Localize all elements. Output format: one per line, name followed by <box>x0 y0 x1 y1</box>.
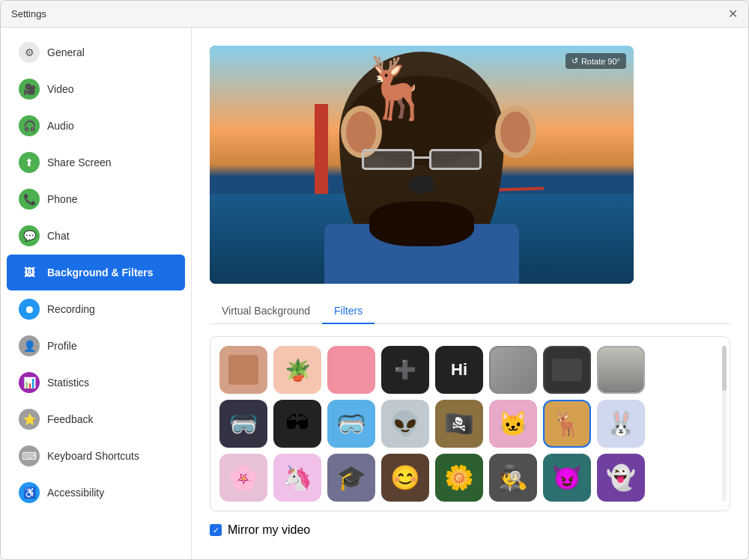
sidebar-item-label-video: Video <box>47 83 74 95</box>
scrollbar-thumb[interactable] <box>722 346 727 391</box>
filter-round-face[interactable]: 😊 <box>381 454 429 502</box>
window-title: Settings <box>11 8 46 19</box>
sidebar-item-phone[interactable]: 📞Phone <box>7 181 185 217</box>
sidebar-item-statistics[interactable]: 📊Statistics <box>7 365 185 401</box>
sidebar-item-keyboard-shortcuts[interactable]: ⌨Keyboard Shortcuts <box>7 438 185 474</box>
filter-devil[interactable]: 😈 <box>543 454 591 502</box>
sidebar-item-accessibility[interactable]: ♿Accessibility <box>7 475 185 511</box>
scrollbar-track <box>722 346 727 502</box>
keyboard-shortcuts-icon: ⌨ <box>19 445 40 466</box>
chat-icon: 💬 <box>19 225 40 246</box>
video-icon: 🎥 <box>19 79 40 100</box>
settings-window: Settings ✕ ⚙General🎥Video🎧Audio⬆Share Sc… <box>0 0 749 560</box>
filter-flower-crown[interactable]: 🌸 <box>219 454 267 502</box>
filter-plant[interactable]: 🪴 <box>273 346 321 394</box>
filter-landscape[interactable] <box>597 346 645 394</box>
phone-icon: 📞 <box>19 189 40 210</box>
sidebar-item-audio[interactable]: 🎧Audio <box>7 108 185 144</box>
plus-icon: ➕ <box>394 359 416 380</box>
sidebar: ⚙General🎥Video🎧Audio⬆Share Screen📞Phone💬… <box>1 28 192 559</box>
filter-hi[interactable]: Hi <box>435 346 483 394</box>
sidebar-item-video[interactable]: 🎥Video <box>7 71 185 107</box>
sidebar-item-profile[interactable]: 👤Profile <box>7 328 185 364</box>
profile-icon: 👤 <box>19 335 40 356</box>
filters-row-1: 🪴 ➕ Hi <box>219 346 721 394</box>
mirror-label: Mirror my video <box>228 523 310 537</box>
sidebar-item-label-keyboard-shortcuts: Keyboard Shortcuts <box>47 450 139 462</box>
filter-vr[interactable]: 🥽 <box>219 400 267 448</box>
content-area: 🦌 <box>192 28 748 559</box>
close-button[interactable]: ✕ <box>727 9 738 19</box>
recording-icon: ⏺ <box>19 299 40 320</box>
ear-inner-right <box>500 112 530 153</box>
mirror-checkbox[interactable]: ✓ <box>210 524 222 536</box>
main-content: ⚙General🎥Video🎧Audio⬆Share Screen📞Phone💬… <box>1 28 748 559</box>
filter-alien[interactable]: 👽 <box>381 400 429 448</box>
sidebar-item-label-share-screen: Share Screen <box>47 156 112 168</box>
accessibility-icon: ♿ <box>19 482 40 503</box>
filter-cat[interactable]: 🐱 <box>489 400 537 448</box>
filter-pirate[interactable]: 🏴‍☠️ <box>435 400 483 448</box>
filter-pink[interactable] <box>327 346 375 394</box>
sidebar-item-label-statistics: Statistics <box>47 377 89 389</box>
sidebar-item-general[interactable]: ⚙General <box>7 34 185 70</box>
filter-daisy[interactable]: 🌼 <box>435 454 483 502</box>
general-icon: ⚙ <box>19 42 40 63</box>
filter-3d-glasses[interactable]: 🕶 <box>273 400 321 448</box>
filter-unicorn[interactable]: 🦄 <box>273 454 321 502</box>
audio-icon: 🎧 <box>19 115 40 136</box>
filters-row-3: 🌸 🦄 🎓 😊 <box>219 454 721 502</box>
filters-grid: 🪴 ➕ Hi <box>210 336 730 511</box>
filter-rabbit[interactable]: 🐰 <box>597 400 645 448</box>
video-preview: 🦌 <box>210 46 634 284</box>
glasses <box>362 149 482 171</box>
feedback-icon: ⭐ <box>19 409 40 430</box>
tab-filters[interactable]: Filters <box>322 299 374 324</box>
filter-ski[interactable]: 🥽 <box>327 400 375 448</box>
filter-plus[interactable]: ➕ <box>381 346 429 394</box>
filter-deer[interactable]: 🦌 <box>543 400 591 448</box>
sidebar-item-label-audio: Audio <box>47 120 74 132</box>
filter-burglar[interactable]: 🕵️ <box>489 454 537 502</box>
background-filters-icon: 🖼 <box>19 262 40 283</box>
tabs-container: Virtual Background Filters <box>210 299 730 324</box>
tab-virtual-background[interactable]: Virtual Background <box>210 299 322 324</box>
filters-row-2: 🥽 🕶 🥽 👽 <box>219 400 721 448</box>
sidebar-item-share-screen[interactable]: ⬆Share Screen <box>7 144 185 180</box>
rotate-button[interactable]: ↺ Rotate 90° <box>565 53 626 69</box>
sidebar-item-label-background-filters: Background & Filters <box>47 267 154 279</box>
sidebar-item-feedback[interactable]: ⭐Feedback <box>7 401 185 437</box>
beard <box>369 201 474 246</box>
sidebar-item-background-filters[interactable]: 🖼Background & Filters <box>7 255 185 290</box>
filter-ghost[interactable]: 👻 <box>597 454 645 502</box>
sidebar-item-label-general: General <box>47 46 85 58</box>
antler-decoration: 🦌 <box>360 53 434 124</box>
share-screen-icon: ⬆ <box>19 152 40 173</box>
filter-darkgray[interactable] <box>543 346 591 394</box>
filter-graduation[interactable]: 🎓 <box>327 454 375 502</box>
statistics-icon: 📊 <box>19 372 40 393</box>
filter-gray[interactable] <box>489 346 537 394</box>
sidebar-item-label-chat: Chat <box>47 230 70 242</box>
sidebar-item-label-profile: Profile <box>47 340 77 352</box>
mirror-section: ✓ Mirror my video <box>210 523 730 537</box>
sidebar-item-label-phone: Phone <box>47 193 77 205</box>
sidebar-item-recording[interactable]: ⏺Recording <box>7 291 185 327</box>
rotate-icon: ↺ <box>571 56 578 66</box>
sidebar-item-chat[interactable]: 💬Chat <box>7 218 185 254</box>
titlebar: Settings ✕ <box>1 1 748 28</box>
filter-skin[interactable] <box>219 346 267 394</box>
sidebar-item-label-feedback: Feedback <box>47 413 93 425</box>
sidebar-item-label-accessibility: Accessibility <box>47 487 104 499</box>
sidebar-item-label-recording: Recording <box>47 303 95 315</box>
nose-filter <box>409 175 435 194</box>
